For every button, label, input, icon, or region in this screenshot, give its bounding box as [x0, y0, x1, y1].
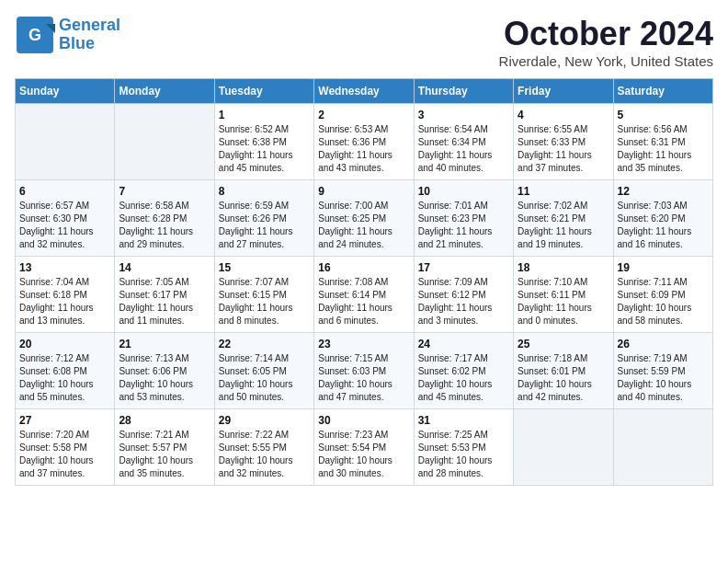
day-number: 4 — [518, 109, 609, 121]
calendar-cell: 27Sunrise: 7:20 AMSunset: 5:58 PMDayligh… — [16, 409, 115, 486]
day-number: 25 — [518, 338, 609, 350]
day-detail: Sunrise: 6:54 AMSunset: 6:34 PMDaylight:… — [418, 123, 509, 175]
day-number: 9 — [318, 185, 409, 198]
calendar-cell: 31Sunrise: 7:25 AMSunset: 5:53 PMDayligh… — [414, 409, 513, 486]
day-detail: Sunrise: 7:08 AMSunset: 6:14 PMDaylight:… — [318, 276, 409, 327]
calendar-cell — [613, 409, 712, 486]
day-detail: Sunrise: 7:15 AMSunset: 6:03 PMDaylight:… — [318, 352, 409, 404]
calendar-cell: 9Sunrise: 7:00 AMSunset: 6:25 PMDaylight… — [314, 180, 414, 257]
calendar-cell: 12Sunrise: 7:03 AMSunset: 6:20 PMDayligh… — [613, 180, 712, 257]
calendar-week-row: 20Sunrise: 7:12 AMSunset: 6:08 PMDayligh… — [16, 333, 713, 409]
day-detail: Sunrise: 6:52 AMSunset: 6:38 PMDaylight:… — [219, 123, 310, 175]
day-detail: Sunrise: 6:58 AMSunset: 6:28 PMDaylight:… — [119, 200, 210, 251]
day-number: 1 — [219, 109, 310, 121]
day-number: 5 — [618, 109, 709, 121]
day-detail: Sunrise: 7:14 AMSunset: 6:05 PMDaylight:… — [219, 352, 310, 404]
calendar-week-row: 6Sunrise: 6:57 AMSunset: 6:30 PMDaylight… — [16, 180, 713, 257]
weekday-header: Wednesday — [314, 79, 414, 104]
calendar-cell: 15Sunrise: 7:07 AMSunset: 6:15 PMDayligh… — [214, 257, 313, 333]
day-detail: Sunrise: 6:57 AMSunset: 6:30 PMDaylight:… — [19, 200, 110, 251]
calendar-cell — [16, 104, 115, 180]
day-number: 3 — [418, 109, 509, 121]
day-number: 8 — [219, 185, 310, 198]
calendar-cell: 28Sunrise: 7:21 AMSunset: 5:57 PMDayligh… — [115, 409, 214, 486]
day-detail: Sunrise: 7:17 AMSunset: 6:02 PMDaylight:… — [418, 352, 509, 404]
calendar-cell: 16Sunrise: 7:08 AMSunset: 6:14 PMDayligh… — [314, 257, 414, 333]
day-number: 29 — [219, 414, 310, 427]
logo-icon: G — [15, 15, 55, 55]
title-area: October 2024 Riverdale, New York, United… — [499, 15, 713, 69]
day-detail: Sunrise: 6:56 AMSunset: 6:31 PMDaylight:… — [618, 123, 709, 175]
calendar-cell: 7Sunrise: 6:58 AMSunset: 6:28 PMDaylight… — [115, 180, 214, 257]
logo-line2: Blue — [59, 35, 95, 53]
day-detail: Sunrise: 7:01 AMSunset: 6:23 PMDaylight:… — [418, 200, 509, 251]
calendar-cell: 23Sunrise: 7:15 AMSunset: 6:03 PMDayligh… — [314, 333, 414, 409]
day-detail: Sunrise: 7:13 AMSunset: 6:06 PMDaylight:… — [119, 352, 210, 404]
day-detail: Sunrise: 7:18 AMSunset: 6:01 PMDaylight:… — [518, 352, 609, 404]
calendar-cell: 19Sunrise: 7:11 AMSunset: 6:09 PMDayligh… — [613, 257, 712, 333]
day-number: 11 — [518, 185, 609, 198]
day-detail: Sunrise: 7:09 AMSunset: 6:12 PMDaylight:… — [418, 276, 509, 327]
day-number: 28 — [119, 414, 210, 427]
calendar-cell: 6Sunrise: 6:57 AMSunset: 6:30 PMDaylight… — [16, 180, 115, 257]
day-detail: Sunrise: 7:11 AMSunset: 6:09 PMDaylight:… — [618, 276, 709, 327]
calendar-cell: 8Sunrise: 6:59 AMSunset: 6:26 PMDaylight… — [214, 180, 313, 257]
month-title: October 2024 — [499, 15, 713, 53]
calendar-body: 1Sunrise: 6:52 AMSunset: 6:38 PMDaylight… — [16, 104, 713, 486]
calendar-cell: 10Sunrise: 7:01 AMSunset: 6:23 PMDayligh… — [414, 180, 513, 257]
logo: G General Blue — [15, 15, 120, 55]
calendar-cell: 14Sunrise: 7:05 AMSunset: 6:17 PMDayligh… — [115, 257, 214, 333]
day-number: 22 — [219, 338, 310, 350]
calendar-cell: 4Sunrise: 6:55 AMSunset: 6:33 PMDaylight… — [514, 104, 613, 180]
day-number: 19 — [618, 261, 709, 274]
calendar-cell: 29Sunrise: 7:22 AMSunset: 5:55 PMDayligh… — [214, 409, 313, 486]
calendar-cell: 17Sunrise: 7:09 AMSunset: 6:12 PMDayligh… — [414, 257, 513, 333]
calendar-cell: 26Sunrise: 7:19 AMSunset: 5:59 PMDayligh… — [613, 333, 712, 409]
weekday-header: Thursday — [414, 79, 513, 104]
calendar-week-row: 13Sunrise: 7:04 AMSunset: 6:18 PMDayligh… — [16, 257, 713, 333]
calendar-cell — [115, 104, 214, 180]
day-number: 2 — [318, 109, 409, 121]
weekday-header-row: SundayMondayTuesdayWednesdayThursdayFrid… — [16, 79, 713, 104]
calendar-cell: 22Sunrise: 7:14 AMSunset: 6:05 PMDayligh… — [214, 333, 313, 409]
calendar-cell: 3Sunrise: 6:54 AMSunset: 6:34 PMDaylight… — [414, 104, 513, 180]
weekday-header: Saturday — [613, 79, 712, 104]
weekday-header: Friday — [514, 79, 613, 104]
day-detail: Sunrise: 7:02 AMSunset: 6:21 PMDaylight:… — [518, 200, 609, 251]
calendar-cell: 11Sunrise: 7:02 AMSunset: 6:21 PMDayligh… — [514, 180, 613, 257]
calendar-table: SundayMondayTuesdayWednesdayThursdayFrid… — [15, 78, 713, 486]
location: Riverdale, New York, United States — [499, 53, 713, 69]
day-number: 6 — [19, 185, 110, 198]
day-number: 20 — [19, 338, 110, 350]
calendar-cell: 20Sunrise: 7:12 AMSunset: 6:08 PMDayligh… — [16, 333, 115, 409]
weekday-header: Sunday — [16, 79, 115, 104]
calendar-cell: 1Sunrise: 6:52 AMSunset: 6:38 PMDaylight… — [214, 104, 313, 180]
day-detail: Sunrise: 7:05 AMSunset: 6:17 PMDaylight:… — [119, 276, 210, 327]
day-number: 26 — [618, 338, 709, 350]
day-detail: Sunrise: 7:25 AMSunset: 5:53 PMDaylight:… — [418, 429, 509, 480]
calendar-week-row: 1Sunrise: 6:52 AMSunset: 6:38 PMDaylight… — [16, 104, 713, 180]
calendar-week-row: 27Sunrise: 7:20 AMSunset: 5:58 PMDayligh… — [16, 409, 713, 486]
day-number: 31 — [418, 414, 509, 427]
day-detail: Sunrise: 7:22 AMSunset: 5:55 PMDaylight:… — [219, 429, 310, 480]
day-number: 17 — [418, 261, 509, 274]
day-number: 12 — [618, 185, 709, 198]
calendar-cell: 18Sunrise: 7:10 AMSunset: 6:11 PMDayligh… — [514, 257, 613, 333]
day-number: 15 — [219, 261, 310, 274]
day-detail: Sunrise: 7:04 AMSunset: 6:18 PMDaylight:… — [19, 276, 110, 327]
logo-line1: General — [59, 17, 120, 35]
day-detail: Sunrise: 7:12 AMSunset: 6:08 PMDaylight:… — [19, 352, 110, 404]
day-number: 27 — [19, 414, 110, 427]
calendar-header: SundayMondayTuesdayWednesdayThursdayFrid… — [16, 79, 713, 104]
weekday-header: Monday — [115, 79, 214, 104]
day-number: 16 — [318, 261, 409, 274]
calendar-cell: 21Sunrise: 7:13 AMSunset: 6:06 PMDayligh… — [115, 333, 214, 409]
day-detail: Sunrise: 7:19 AMSunset: 5:59 PMDaylight:… — [618, 352, 709, 404]
day-detail: Sunrise: 6:55 AMSunset: 6:33 PMDaylight:… — [518, 123, 609, 175]
day-detail: Sunrise: 7:21 AMSunset: 5:57 PMDaylight:… — [119, 429, 210, 480]
day-number: 24 — [418, 338, 509, 350]
day-detail: Sunrise: 7:00 AMSunset: 6:25 PMDaylight:… — [318, 200, 409, 251]
logo-text-block: General Blue — [59, 17, 120, 53]
calendar-cell — [514, 409, 613, 486]
calendar-cell: 2Sunrise: 6:53 AMSunset: 6:36 PMDaylight… — [314, 104, 414, 180]
